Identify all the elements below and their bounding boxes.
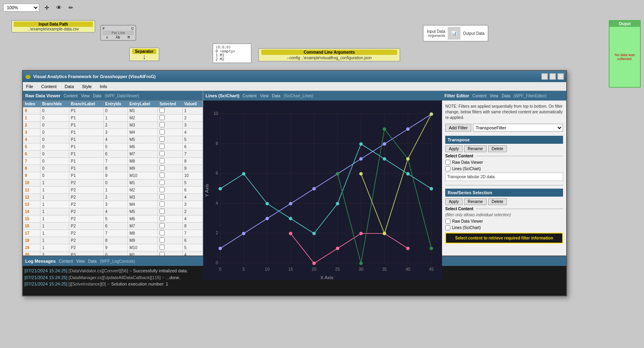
table-row[interactable]: 131P23M43 (23, 201, 203, 208)
crosshair-icon[interactable]: ✛ (42, 3, 51, 12)
table-row[interactable]: 141P24M52 (23, 208, 203, 215)
row-selected-checkbox[interactable] (159, 216, 165, 221)
row-selected-checkbox[interactable] (159, 223, 165, 228)
table-row[interactable]: 161P26M78 (23, 223, 203, 230)
table-cell: P1 (69, 107, 103, 115)
row-selected-checkbox[interactable] (159, 245, 165, 250)
log-tabs[interactable]: Content View Data (59, 259, 97, 264)
row-selected-checkbox[interactable] (159, 201, 165, 207)
table-row[interactable]: 171P27M87 (23, 230, 203, 237)
table-row[interactable]: 10P11M22 (23, 115, 203, 122)
col-index: Index (23, 101, 40, 107)
table-cell: P2 (69, 208, 103, 215)
table-cell: M5 (128, 136, 158, 143)
separator-node[interactable]: Separator ; (129, 47, 159, 61)
filter-type-select[interactable]: TransposeFilter RowSeriesSelection (473, 124, 563, 132)
menu-file[interactable]: File (24, 84, 35, 89)
table-cell: 1 (103, 115, 127, 122)
log-line: [07/21/2024 15:24:25] [][SolveInstance][… (24, 281, 565, 288)
per-line-c: C (131, 26, 134, 30)
table-cell: 6 (23, 151, 40, 158)
main-panels: Raw Data Viewer Content View Data (WPF_D… (23, 91, 566, 255)
transpose-rename-button[interactable]: Rename (464, 145, 487, 152)
per-line-node[interactable]: F C Per Line c Āb R (100, 25, 136, 41)
io-node[interactable]: Input Data Arguments 📊 Output Data (423, 25, 489, 42)
table-cell (157, 223, 182, 230)
table-row[interactable]: 00P10M11 (23, 107, 203, 115)
col-value0: Value0 (182, 101, 202, 107)
transpose-delete-button[interactable]: Delete (488, 145, 507, 152)
row-series-rename-button[interactable]: Rename (464, 198, 487, 205)
table-cell: 1 (40, 194, 69, 201)
row-selected-checkbox[interactable] (159, 122, 165, 127)
row-selected-checkbox[interactable] (159, 209, 165, 214)
menu-data[interactable]: Data (63, 84, 75, 89)
table-row[interactable]: 50P15M66 (23, 143, 203, 151)
table-row[interactable]: 20P12M33 (23, 122, 203, 129)
table-cell: 7 (103, 158, 127, 165)
row-selected-checkbox[interactable] (159, 173, 165, 178)
table-cell: 1 (40, 244, 69, 251)
input-path-node[interactable]: Input Data Path ..\example\example-data.… (11, 20, 95, 33)
table-cell: 0 (40, 122, 69, 129)
row-selected-checkbox[interactable] (159, 151, 165, 156)
text-branch-node[interactable]: {0;0;0} 0 <empty> 1 M1 2 M2 (212, 43, 252, 63)
raw-data-tabs[interactable]: Content View Data (64, 94, 101, 98)
menu-info[interactable]: Info (98, 84, 109, 89)
table-cell (157, 143, 182, 151)
table-row[interactable]: 181P28M96 (23, 237, 203, 244)
svg-point-69 (430, 113, 433, 116)
close-button[interactable]: ✕ (557, 73, 564, 80)
draw-icon[interactable]: ✏ (67, 3, 75, 12)
chart-tabs[interactable]: Content View Data (242, 94, 280, 98)
table-row[interactable]: 70P17M88 (23, 158, 203, 165)
table-row[interactable]: 111P21M26 (23, 187, 203, 194)
table-row[interactable]: 151P25M64 (23, 215, 203, 223)
transpose-raw-checkbox[interactable] (445, 160, 450, 165)
row-selected-checkbox[interactable] (159, 108, 165, 113)
app-titlebar: 🐸 Visual Analytics Framework for Grassho… (23, 71, 566, 82)
input-path-title: Input Data Path (14, 22, 93, 27)
eye-icon[interactable]: 👁 (55, 3, 63, 12)
menu-style[interactable]: Style (81, 84, 93, 89)
minimize-button[interactable]: ─ (541, 73, 548, 80)
maximize-button[interactable]: □ (549, 73, 556, 80)
row-selected-checkbox[interactable] (159, 115, 165, 120)
table-row[interactable]: 60P16M77 (23, 151, 203, 158)
row-selected-checkbox[interactable] (159, 144, 165, 149)
table-row[interactable]: 101P20M15 (23, 179, 203, 187)
table-cell: 0 (40, 151, 69, 158)
row-selected-checkbox[interactable] (159, 129, 165, 135)
table-row[interactable]: 191P29M105 (23, 244, 203, 251)
zoom-select[interactable]: 100% 75% 150% (3, 4, 39, 12)
row-selected-checkbox[interactable] (159, 194, 165, 199)
row-selected-checkbox[interactable] (159, 252, 165, 255)
row-selected-checkbox[interactable] (159, 237, 165, 243)
table-row[interactable]: 121P22M34 (23, 194, 203, 201)
row-series-apply-button[interactable]: Apply (445, 198, 462, 205)
row-selected-checkbox[interactable] (159, 230, 165, 235)
table-row[interactable]: 30P13M44 (23, 129, 203, 136)
table-cell: M7 (128, 151, 158, 158)
row-selected-checkbox[interactable] (159, 158, 165, 163)
table-row[interactable]: 90P19M1010 (23, 172, 203, 179)
menu-content[interactable]: Content (40, 84, 59, 89)
row-selected-checkbox[interactable] (159, 137, 165, 142)
transpose-apply-button[interactable]: Apply (445, 145, 462, 152)
filter-tabs[interactable]: Content View Data (472, 94, 510, 98)
add-filter-button[interactable]: Add Filter (445, 124, 471, 132)
table-row[interactable]: 202P30M14 (23, 251, 203, 256)
row-series-raw-checkbox[interactable] (445, 219, 450, 224)
row-series-delete-button[interactable]: Delete (488, 198, 507, 205)
row-selected-checkbox[interactable] (159, 180, 165, 185)
table-row[interactable]: 80P18M99 (23, 165, 203, 172)
cmd-args-node[interactable]: Command Line Arguments --config ..\examp… (258, 48, 400, 62)
row-selected-checkbox[interactable] (159, 187, 165, 192)
raw-data-table-scroll[interactable]: Index BranchIdx BranchLabel EntryIdx Ent… (23, 101, 203, 255)
row-selected-checkbox[interactable] (159, 165, 165, 171)
transpose-lines-checkbox[interactable] (445, 166, 450, 171)
table-row[interactable]: 40P14M55 (23, 136, 203, 143)
row-series-lines-checkbox[interactable] (445, 225, 450, 230)
table-cell: 7 (103, 230, 127, 237)
filter-note: NOTE: Filters are applied sequentially f… (445, 104, 563, 121)
